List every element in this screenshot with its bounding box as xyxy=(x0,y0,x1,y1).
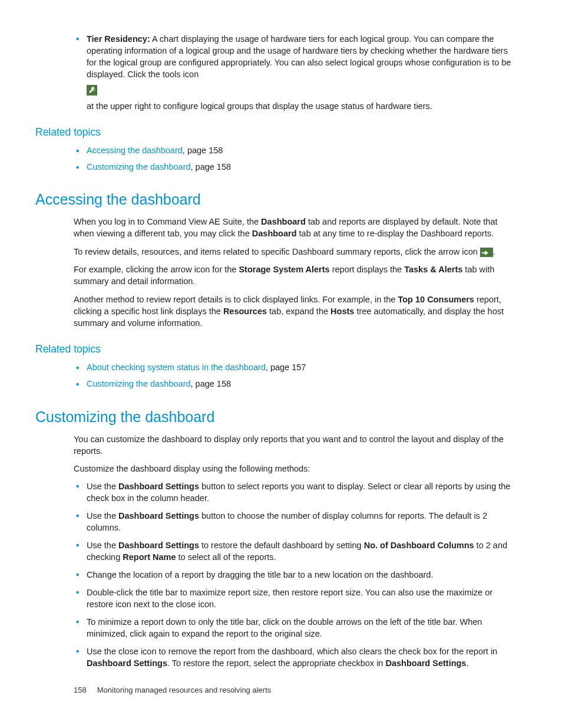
dashboard-settings-bold: Dashboard Settings xyxy=(118,511,199,521)
text: Use the xyxy=(87,511,118,521)
link-suffix: , page 158 xyxy=(191,379,232,388)
accessing-p3: For example, clicking the arrow icon for… xyxy=(74,263,518,288)
storage-alerts-bold: Storage System Alerts xyxy=(239,265,329,274)
related-link-item: About checking system status in the dash… xyxy=(74,361,518,373)
svg-rect-1 xyxy=(482,252,485,253)
text: Another method to review report details … xyxy=(74,295,398,304)
customizing-body: You can customize the dashboard to displ… xyxy=(74,433,518,670)
accessing-p4: Another method to review report details … xyxy=(74,294,518,330)
related-topics-heading-1: Related topics xyxy=(35,125,527,140)
dashboard-bold: Dashboard xyxy=(261,217,306,226)
list-item: Double-click the title bar to maximize r… xyxy=(74,587,518,610)
text: Use the close icon to remove the report … xyxy=(87,647,497,656)
related-topics-list-1: Accessing the dashboard, page 158 Custom… xyxy=(74,144,518,173)
accessing-dashboard-heading: Accessing the dashboard xyxy=(35,189,527,210)
customizing-dashboard-link[interactable]: Customizing the dashboard xyxy=(87,379,191,388)
top10-bold: Top 10 Consumers xyxy=(398,295,474,304)
page-container: Tier Residency: A chart displaying the u… xyxy=(0,0,562,728)
text: . xyxy=(466,658,468,668)
related-link-item: Accessing the dashboard, page 158 xyxy=(74,144,518,156)
resources-bold: Resources xyxy=(223,307,267,316)
text: . To restore the report, select the appr… xyxy=(167,658,386,668)
accessing-p2: To review details, resources, and items … xyxy=(74,246,518,258)
customizing-p1: You can customize the dashboard to displ… xyxy=(74,433,518,457)
list-item: Use the Dashboard Settings button to cho… xyxy=(74,510,518,533)
list-item: Use the Dashboard Settings button to sel… xyxy=(74,480,518,504)
link-suffix: , page 158 xyxy=(183,146,223,155)
tasks-alerts-bold: Tasks & Alerts xyxy=(404,265,462,274)
customizing-list: Use the Dashboard Settings button to sel… xyxy=(74,480,518,669)
related-topics-block-2: About checking system status in the dash… xyxy=(74,361,518,390)
hosts-bold: Hosts xyxy=(330,307,354,316)
list-item: Change the location of a report by dragg… xyxy=(74,569,518,581)
accessing-p1: When you log in to Command View AE Suite… xyxy=(74,216,518,240)
arrow-icon xyxy=(480,248,493,257)
chapter-title: Monitoring managed resources and resolvi… xyxy=(97,686,272,694)
report-name-bold: Report Name xyxy=(123,552,176,562)
tier-residency-text2: at the upper right to configure logical … xyxy=(87,101,432,111)
page-number: 158 xyxy=(74,686,87,694)
text: To review details, resources, and items … xyxy=(74,247,480,256)
dashboard-settings-bold: Dashboard Settings xyxy=(385,658,466,668)
page-footer: 158Monitoring managed resources and reso… xyxy=(74,685,271,696)
no-columns-bold: No. of Dashboard Columns xyxy=(364,541,474,550)
related-topics-block-1: Accessing the dashboard, page 158 Custom… xyxy=(74,144,518,173)
tier-residency-text1: A chart displaying the usage of hardware… xyxy=(87,34,511,79)
text: tab, expand the xyxy=(267,307,330,316)
link-suffix: , page 158 xyxy=(191,162,232,172)
text: tab at any time to re-display the Dashbo… xyxy=(297,229,494,238)
text: Use the xyxy=(87,482,118,491)
customizing-dashboard-link[interactable]: Customizing the dashboard xyxy=(87,162,191,172)
link-suffix: , page 157 xyxy=(266,363,306,372)
related-topics-list-2: About checking system status in the dash… xyxy=(74,361,518,390)
accessing-dashboard-link[interactable]: Accessing the dashboard xyxy=(87,146,183,155)
tier-residency-item: Tier Residency: A chart displaying the u… xyxy=(74,33,518,112)
dashboard-settings-bold: Dashboard Settings xyxy=(118,482,199,491)
text: . xyxy=(493,247,495,256)
customizing-p2: Customize the dashboard display using th… xyxy=(74,463,518,475)
tier-residency-block: Tier Residency: A chart displaying the u… xyxy=(74,33,518,112)
about-checking-status-link[interactable]: About checking system status in the dash… xyxy=(87,363,266,372)
text: to restore the default dashboard by sett… xyxy=(199,541,364,550)
dashboard-bold: Dashboard xyxy=(252,229,297,238)
dashboard-settings-bold: Dashboard Settings xyxy=(87,658,167,668)
accessing-body: When you log in to Command View AE Suite… xyxy=(74,216,518,329)
related-link-item: Customizing the dashboard, page 158 xyxy=(74,161,518,173)
related-link-item: Customizing the dashboard, page 158 xyxy=(74,378,518,390)
customizing-dashboard-heading: Customizing the dashboard xyxy=(35,407,527,427)
text: Use the xyxy=(87,541,118,550)
list-item: Use the close icon to remove the report … xyxy=(74,645,518,669)
text: When you log in to Command View AE Suite… xyxy=(74,217,261,226)
tier-residency-list: Tier Residency: A chart displaying the u… xyxy=(74,33,518,112)
list-item: To minimize a report down to only the ti… xyxy=(74,616,518,640)
text: For example, clicking the arrow icon for… xyxy=(74,265,239,274)
tools-icon xyxy=(87,85,97,95)
dashboard-settings-bold: Dashboard Settings xyxy=(118,541,199,550)
list-item: Use the Dashboard Settings to restore th… xyxy=(74,539,518,563)
text: to select all of the reports. xyxy=(176,552,276,562)
related-topics-heading-2: Related topics xyxy=(35,342,527,357)
text: report displays the xyxy=(330,265,405,274)
tier-residency-label: Tier Residency: xyxy=(87,34,150,44)
